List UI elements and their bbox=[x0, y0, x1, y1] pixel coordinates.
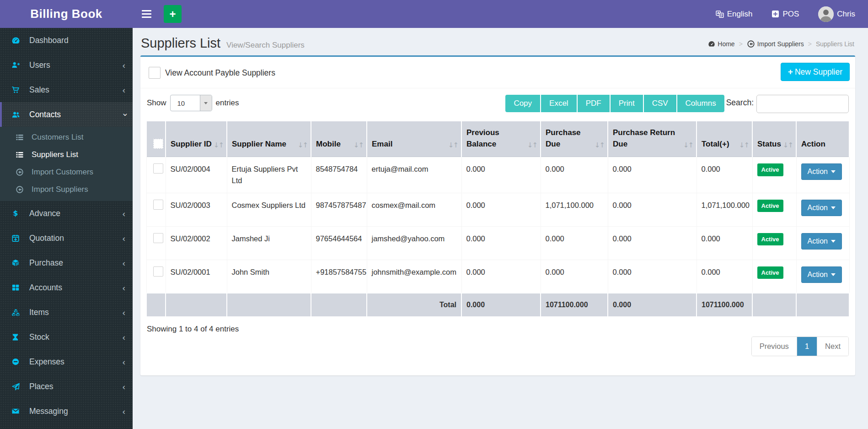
action-dropdown-button[interactable]: Action bbox=[801, 233, 842, 250]
select-all-checkbox[interactable] bbox=[153, 139, 163, 149]
export-print-button[interactable]: Print bbox=[611, 95, 644, 112]
language-selector[interactable]: A English bbox=[716, 10, 753, 19]
total-empty-cell bbox=[796, 293, 849, 317]
envelope-icon bbox=[11, 407, 23, 415]
cell-supplier-name: Cosmex Suppliers Ltd bbox=[227, 193, 311, 226]
group-icon bbox=[11, 110, 23, 119]
cell-total: 0.000 bbox=[697, 260, 752, 293]
user-menu[interactable]: Chris bbox=[818, 6, 855, 22]
cell-email: cosmex@mail.com bbox=[367, 193, 461, 226]
row-checkbox[interactable] bbox=[153, 200, 163, 210]
cell-mobile: +91857584755 bbox=[311, 260, 367, 293]
breadcrumb-home[interactable]: Home bbox=[708, 40, 734, 48]
total-value: 1071100.000 bbox=[541, 293, 608, 317]
action-dropdown-button[interactable]: Action bbox=[801, 200, 842, 216]
action-dropdown-button[interactable]: Action bbox=[801, 163, 842, 180]
sidebar-item-label: Accounts bbox=[29, 283, 62, 293]
sidebar-item-sales[interactable]: Sales‹ bbox=[0, 77, 133, 102]
chevron-left-icon: ‹ bbox=[123, 382, 125, 391]
export-csv-button[interactable]: CSV bbox=[644, 95, 677, 112]
dashboard-icon bbox=[11, 36, 23, 45]
row-checkbox[interactable] bbox=[153, 233, 163, 243]
language-label: English bbox=[727, 10, 753, 19]
total-label: Total bbox=[367, 293, 461, 317]
export-copy-button[interactable]: Copy bbox=[505, 95, 541, 112]
breadcrumb: Home>Import Suppliers>Suppliers List bbox=[708, 40, 854, 48]
user-plus-icon bbox=[11, 61, 23, 69]
sidebar-subitem-label: Import Customers bbox=[32, 168, 93, 177]
row-checkbox[interactable] bbox=[153, 163, 163, 174]
column-header-mobile[interactable]: Mobile↓↑ bbox=[311, 121, 367, 157]
import-circle-icon bbox=[16, 168, 27, 176]
column-header-supplier-id[interactable]: Supplier ID↓↑ bbox=[166, 121, 227, 157]
sidebar-item-label: Items bbox=[29, 308, 49, 317]
pos-button[interactable]: POS bbox=[772, 10, 799, 19]
column-header-purchase-due[interactable]: Purchase Due↓↑ bbox=[541, 121, 608, 157]
sidebar-subitem-suppliers-list[interactable]: Suppliers List bbox=[0, 146, 133, 163]
main-content: Suppliers List View/Search Suppliers Hom… bbox=[133, 28, 868, 429]
column-header-previous-balance[interactable]: Previous Balance↓↑ bbox=[461, 121, 541, 157]
chevron-down-icon: ‹ bbox=[119, 113, 128, 116]
cell-supplier-id: SU/02/0002 bbox=[166, 226, 227, 260]
column-header-purchase-return-due[interactable]: Purchase Return Due↓↑ bbox=[608, 121, 697, 157]
sidebar-item-label: Dashboard bbox=[29, 36, 69, 45]
sidebar-item-places[interactable]: Places‹ bbox=[0, 374, 133, 399]
total-value: 1071100.000 bbox=[697, 293, 752, 317]
sidebar-item-items[interactable]: Items‹ bbox=[0, 300, 133, 325]
sidebar-item-advance[interactable]: $Advance‹ bbox=[0, 201, 133, 226]
sidebar-item-label: Messaging bbox=[29, 407, 68, 416]
import-circle-icon bbox=[747, 40, 755, 48]
chevron-down-icon bbox=[200, 95, 212, 111]
table-row: SU/02/0001John Smith+91857584755johnsmit… bbox=[146, 260, 849, 293]
plus-square-icon bbox=[772, 10, 779, 18]
view-account-payable-label: View Account Payble Suppliers bbox=[165, 68, 275, 78]
entries-label: entries bbox=[216, 98, 239, 108]
column-header-action: Action bbox=[796, 121, 849, 157]
quick-add-button[interactable]: + bbox=[164, 5, 182, 23]
view-account-payable-checkbox[interactable] bbox=[149, 67, 161, 79]
sidebar-subitem-import-customers[interactable]: Import Customers bbox=[0, 163, 133, 181]
search-input[interactable] bbox=[756, 95, 849, 113]
sidebar-item-quotation[interactable]: Quotation‹ bbox=[0, 226, 133, 250]
chevron-left-icon: ‹ bbox=[123, 61, 125, 70]
pagination-previous-button[interactable]: Previous bbox=[752, 337, 797, 356]
cell-supplier-name: Jamshed Ji bbox=[227, 226, 311, 260]
sidebar-item-dashboard[interactable]: Dashboard bbox=[0, 28, 133, 53]
sidebar-item-stock[interactable]: Stock‹ bbox=[0, 325, 133, 349]
cell-supplier-id: SU/02/0004 bbox=[166, 157, 227, 193]
column-header-email[interactable]: Email↓↑ bbox=[367, 121, 461, 157]
brand-logo[interactable]: Billing Book bbox=[0, 0, 133, 28]
sidebar-subitem-import-suppliers[interactable]: Import Suppliers bbox=[0, 181, 133, 198]
export-columns-button[interactable]: Columns bbox=[677, 95, 724, 112]
app-window: Billing Book + A English bbox=[0, 0, 868, 429]
page-length-select[interactable]: 10 bbox=[170, 95, 212, 111]
caret-down-icon bbox=[831, 273, 836, 278]
column-header-status[interactable]: Status↓↑ bbox=[752, 121, 796, 157]
pagination-next-button[interactable]: Next bbox=[817, 337, 848, 356]
sidebar-subitem-customers-list[interactable]: Customers List bbox=[0, 129, 133, 146]
action-dropdown-button[interactable]: Action bbox=[801, 266, 842, 283]
sidebar-toggle-button[interactable] bbox=[140, 0, 160, 28]
sidebar-item-messaging[interactable]: Messaging‹ bbox=[0, 399, 133, 424]
pagination-page-1[interactable]: 1 bbox=[797, 337, 817, 356]
sidebar-item-users[interactable]: Users‹ bbox=[0, 53, 133, 77]
chevron-left-icon: ‹ bbox=[123, 86, 125, 94]
breadcrumb-import-suppliers[interactable]: Import Suppliers bbox=[747, 40, 804, 48]
sidebar-item-accounts[interactable]: Accounts‹ bbox=[0, 275, 133, 300]
column-header-total[interactable]: Total(+)↓↑ bbox=[697, 121, 752, 157]
suppliers-panel: View Account Payble Suppliers +New Suppl… bbox=[140, 55, 855, 375]
total-empty-cell bbox=[166, 293, 227, 317]
column-header-supplier-name[interactable]: Supplier Name↓↑ bbox=[227, 121, 311, 157]
chevron-left-icon: ‹ bbox=[123, 333, 125, 342]
sidebar-item-contacts[interactable]: Contacts‹ bbox=[0, 102, 133, 127]
sidebar-item-expenses[interactable]: Expenses‹ bbox=[0, 349, 133, 374]
export-pdf-button[interactable]: PDF bbox=[578, 95, 611, 112]
sidebar-item-label: Contacts bbox=[29, 110, 61, 119]
row-checkbox[interactable] bbox=[153, 266, 163, 277]
home-icon bbox=[708, 40, 715, 48]
new-supplier-button[interactable]: +New Supplier bbox=[781, 63, 850, 81]
caret-down-icon bbox=[831, 240, 836, 245]
export-excel-button[interactable]: Excel bbox=[541, 95, 578, 112]
cell-purchase-due: 0.000 bbox=[541, 260, 608, 293]
sidebar-item-purchase[interactable]: Purchase‹ bbox=[0, 250, 133, 275]
